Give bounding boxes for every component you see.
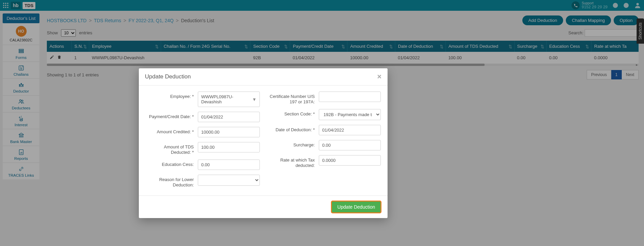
update-deduction-modal: Update Deduction × Employee: * WWWPL0987… [139,68,388,218]
employee-select[interactable]: WWWPL0987U-Devashish▼ [198,92,260,107]
education-cess-field[interactable] [198,160,260,170]
label-section: Section Code: * [267,109,319,117]
label-employee: Employee: * [146,92,198,99]
label-amount-credited: Amount Credited: * [146,127,198,135]
label-rate: Rate at which Tax deducted: [267,155,319,168]
tds-deducted-field[interactable] [198,142,260,152]
label-reason: Reason for Lower Deduction: [146,175,198,187]
close-icon[interactable]: × [377,73,381,80]
label-deduction-date: Date of Deduction: * [267,125,319,133]
label-payment-date: Payment/Credit Date: * [146,112,198,119]
amount-credited-field[interactable] [198,127,260,137]
modal-title: Update Deduction [145,73,191,80]
section-select[interactable]: 192B - Payments made to r [319,109,381,120]
rate-field[interactable] [319,155,381,166]
reason-select[interactable] [198,175,260,186]
label-surcharge: Surcharge: [267,140,319,148]
label-tds-deducted: Amount of TDS Deducted: * [146,142,198,155]
payment-date-field[interactable] [198,112,260,122]
deduction-date-field[interactable] [319,125,381,135]
label-cert: Certificate Number U/S 197 or 197A: [267,92,319,104]
surcharge-field[interactable] [319,140,381,150]
update-deduction-button[interactable]: Update Deduction [331,201,381,213]
label-education-cess: Education Cess: [146,160,198,167]
cert-field[interactable] [319,92,381,102]
